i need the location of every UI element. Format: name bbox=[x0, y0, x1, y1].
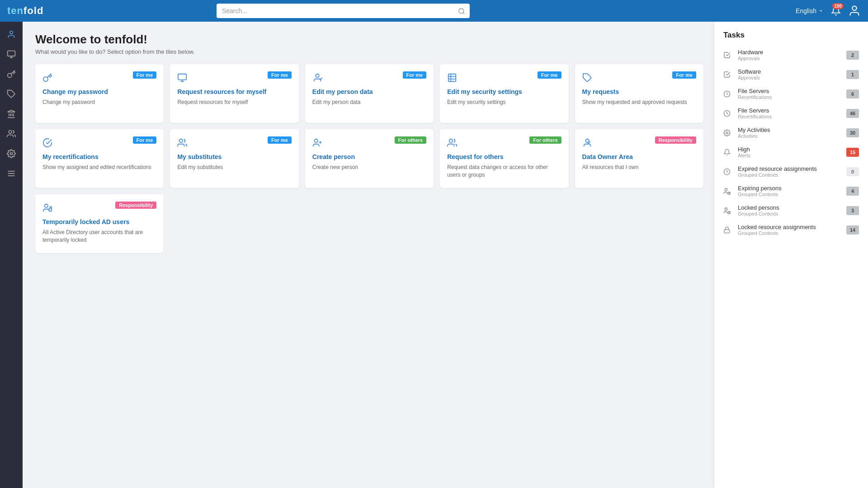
notification-badge: 100 bbox=[832, 3, 844, 9]
app-logo: tenfold bbox=[7, 5, 43, 17]
tile-create-person[interactable]: For others Create person Create new pers… bbox=[305, 129, 434, 188]
tile-title-request-for-others: Request for others bbox=[447, 153, 561, 161]
task-item-file-servers-recert1[interactable]: File Servers Recertifications 6 bbox=[714, 84, 868, 103]
task-item-expiring-persons[interactable]: Expiring persons Grouped Contexts 4 bbox=[714, 181, 868, 201]
task-icon-my-activities bbox=[723, 129, 732, 137]
tile-icon-my-requests bbox=[582, 71, 592, 83]
task-count-high-alerts: 15 bbox=[846, 148, 859, 157]
task-sub-locked-resource: Grouped Contexts bbox=[738, 230, 841, 236]
task-sub-file-servers-recert1: Recertifications bbox=[738, 94, 841, 100]
top-navigation: tenfold English 100 bbox=[0, 0, 868, 22]
task-icon-software-approvals bbox=[723, 70, 732, 79]
tile-my-requests[interactable]: For me My requests Show my requested and… bbox=[575, 64, 703, 123]
tile-badge-data-owner-area: Responsibility bbox=[655, 136, 696, 144]
task-name-expiring-persons: Expiring persons bbox=[738, 185, 841, 192]
task-info-file-servers-recert1: File Servers Recertifications bbox=[738, 88, 841, 100]
task-item-locked-resource[interactable]: Locked resource assignments Grouped Cont… bbox=[714, 220, 868, 239]
tile-my-recertifications[interactable]: For me My recertifications Show my assig… bbox=[35, 129, 164, 188]
tile-title-edit-person-data: Edit my person data bbox=[312, 88, 426, 96]
svg-point-30 bbox=[179, 139, 183, 142]
tile-change-password[interactable]: For me Change my password Change my pass… bbox=[35, 64, 164, 123]
task-sub-hardware-approvals: Approvals bbox=[738, 56, 841, 61]
tile-header: Responsibility bbox=[582, 136, 696, 148]
task-sub-my-activities: Activities bbox=[738, 133, 841, 139]
task-item-my-activities[interactable]: My Activities Activities 30 bbox=[714, 123, 868, 142]
tile-desc-locked-ad-users: All Active Directory user accounts that … bbox=[42, 229, 156, 244]
task-sub-expired-resource: Grouped Contexts bbox=[738, 172, 841, 178]
task-info-hardware-approvals: Hardware Approvals bbox=[738, 49, 841, 61]
tile-edit-security[interactable]: For me Edit my security settings Edit my… bbox=[440, 64, 568, 123]
task-name-file-servers-recert2: File Servers bbox=[738, 107, 841, 114]
tile-badge-my-recertifications: For me bbox=[133, 136, 157, 144]
tile-my-substitutes[interactable]: For me My substitutes Edit my substitute… bbox=[170, 129, 298, 188]
tile-icon-locked-ad-users bbox=[42, 202, 52, 213]
tile-badge-edit-person-data: For me bbox=[403, 71, 427, 79]
tile-title-change-password: Change my password bbox=[42, 88, 156, 96]
svg-point-7 bbox=[8, 73, 12, 77]
sidebar-item-group[interactable] bbox=[2, 125, 20, 143]
task-item-software-approvals[interactable]: Software Approvals 1 bbox=[714, 65, 868, 84]
tiles-row-3: Responsibility Temporarily locked AD use… bbox=[35, 194, 703, 253]
task-info-software-approvals: Software Approvals bbox=[738, 68, 841, 80]
sidebar-item-monitor[interactable] bbox=[2, 45, 20, 63]
tile-badge-request-resources: For me bbox=[268, 71, 292, 79]
tasks-title: Tasks bbox=[714, 31, 868, 45]
task-item-hardware-approvals[interactable]: Hardware Approvals 2 bbox=[714, 45, 868, 65]
sidebar-item-tag[interactable] bbox=[2, 85, 20, 103]
tile-header: For me bbox=[42, 71, 156, 83]
task-info-file-servers-recert2: File Servers Recertifications bbox=[738, 107, 841, 119]
tile-desc-data-owner-area: All resources that I own bbox=[582, 164, 696, 171]
svg-rect-25 bbox=[448, 74, 456, 82]
topnav-right: English 100 bbox=[796, 5, 861, 17]
tile-icon-my-recertifications bbox=[42, 136, 52, 148]
tasks-panel: Tasks Hardware Approvals 2 Software Appr… bbox=[714, 22, 868, 488]
task-icon-file-servers-recert2 bbox=[723, 109, 732, 117]
tile-icon-my-substitutes bbox=[177, 136, 187, 148]
tile-icon-edit-person-data bbox=[312, 71, 322, 83]
svg-rect-46 bbox=[724, 230, 730, 233]
tile-desc-my-substitutes: Edit my substitutes bbox=[177, 164, 291, 171]
sidebar-item-bars[interactable] bbox=[2, 164, 20, 183]
svg-point-16 bbox=[10, 153, 13, 155]
tile-header: For me bbox=[177, 71, 291, 83]
tile-badge-locked-ad-users: Responsibility bbox=[115, 202, 156, 209]
task-name-locked-resource: Locked resource assignments bbox=[738, 224, 841, 230]
tile-badge-my-substitutes: For me bbox=[268, 136, 292, 144]
sidebar-item-person[interactable] bbox=[2, 25, 20, 43]
tile-header: For others bbox=[312, 136, 426, 148]
search-bar bbox=[217, 4, 470, 18]
tile-badge-my-requests: For me bbox=[672, 71, 696, 79]
tile-badge-request-for-others: For others bbox=[529, 136, 561, 144]
sidebar-item-bank[interactable] bbox=[2, 105, 20, 123]
user-profile-button[interactable] bbox=[848, 5, 861, 17]
task-count-hardware-approvals: 2 bbox=[846, 51, 859, 60]
tile-request-for-others[interactable]: For others Request for others Request da… bbox=[440, 129, 568, 188]
task-count-locked-resource: 14 bbox=[846, 225, 859, 235]
tile-header: For me bbox=[447, 71, 561, 83]
language-selector[interactable]: English bbox=[796, 7, 824, 14]
task-sub-expiring-persons: Grouped Contexts bbox=[738, 192, 841, 197]
task-info-locked-persons: Locked persons Grouped Contexts bbox=[738, 204, 841, 216]
task-icon-hardware-approvals bbox=[723, 51, 732, 59]
task-name-expired-resource: Expired resource assignments bbox=[738, 165, 841, 172]
task-item-high-alerts[interactable]: High Alerts 15 bbox=[714, 142, 868, 162]
svg-rect-4 bbox=[8, 51, 15, 56]
tile-edit-person-data[interactable]: For me Edit my person data Edit my perso… bbox=[305, 64, 434, 123]
task-info-expired-resource: Expired resource assignments Grouped Con… bbox=[738, 165, 841, 178]
task-item-locked-persons[interactable]: Locked persons Grouped Contexts 3 bbox=[714, 201, 868, 220]
task-item-file-servers-recert2[interactable]: File Servers Recertifications 46 bbox=[714, 103, 868, 123]
sidebar-item-settings[interactable] bbox=[2, 145, 20, 163]
tasks-list: Hardware Approvals 2 Software Approvals … bbox=[714, 45, 868, 239]
tile-locked-ad-users[interactable]: Responsibility Temporarily locked AD use… bbox=[35, 194, 164, 253]
svg-rect-21 bbox=[178, 74, 186, 80]
search-input[interactable] bbox=[217, 4, 470, 18]
task-icon-locked-persons bbox=[723, 206, 732, 215]
sidebar-item-key[interactable] bbox=[2, 65, 20, 83]
tile-desc-my-requests: Show my requested and approved requests bbox=[582, 99, 696, 106]
tile-desc-change-password: Change my password bbox=[42, 99, 156, 106]
tile-request-resources[interactable]: For me Request resources for myself Requ… bbox=[170, 64, 298, 123]
tile-data-owner-area[interactable]: Responsibility Data Owner Area All resou… bbox=[575, 129, 703, 188]
notifications-button[interactable]: 100 bbox=[831, 6, 841, 16]
task-sub-file-servers-recert2: Recertifications bbox=[738, 114, 841, 119]
task-item-expired-resource[interactable]: Expired resource assignments Grouped Con… bbox=[714, 162, 868, 181]
